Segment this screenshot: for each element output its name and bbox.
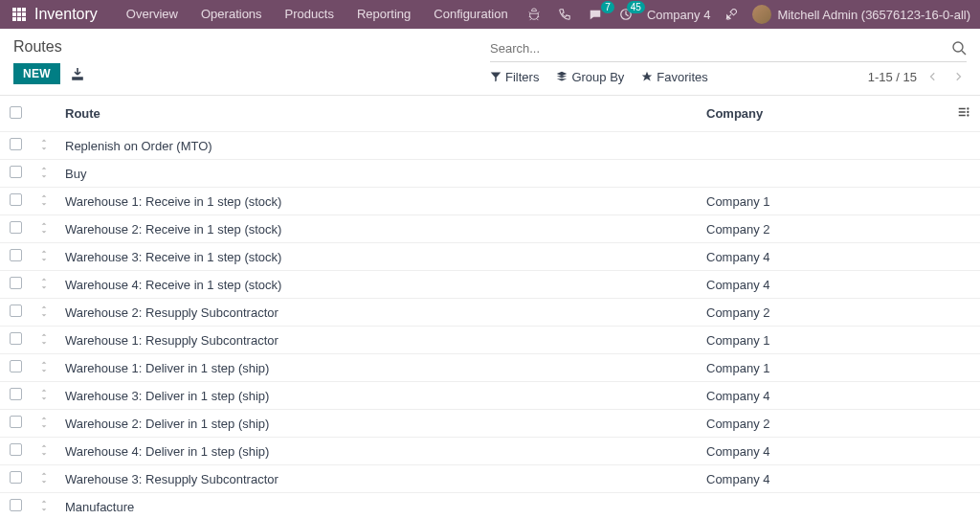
app-title[interactable]: Inventory	[34, 6, 98, 23]
page-title: Routes	[13, 38, 490, 56]
nav-reporting[interactable]: Reporting	[345, 0, 422, 29]
column-company[interactable]: Company	[699, 96, 947, 132]
table-row[interactable]: Warehouse 1: Receive in 1 step (stock)Co…	[0, 188, 980, 215]
groupby-label: Group By	[571, 70, 624, 84]
nav-operations[interactable]: Operations	[189, 0, 274, 29]
user-name: Mitchell Admin (36576123-16-0-all)	[777, 8, 970, 22]
table-row[interactable]: Warehouse 3: Deliver in 1 step (ship)Com…	[0, 382, 980, 410]
new-button[interactable]: NEW	[13, 63, 60, 84]
row-checkbox[interactable]	[10, 166, 22, 178]
row-checkbox[interactable]	[10, 249, 22, 261]
table-row[interactable]: Warehouse 4: Receive in 1 step (stock)Co…	[0, 271, 980, 299]
drag-handle-icon[interactable]	[31, 327, 57, 354]
cell-route: Warehouse 1: Resupply Subcontractor	[57, 327, 699, 354]
cell-route: Buy	[57, 160, 699, 188]
cell-route: Warehouse 4: Receive in 1 step (stock)	[57, 271, 699, 299]
row-checkbox[interactable]	[10, 499, 22, 511]
table-row[interactable]: Warehouse 2: Deliver in 1 step (ship)Com…	[0, 410, 980, 438]
cell-company	[699, 493, 947, 520]
list-view: Route Company Replenish on Order (MTO)Bu…	[0, 95, 980, 519]
row-checkbox[interactable]	[10, 360, 22, 372]
download-icon[interactable]	[70, 66, 85, 81]
table-row[interactable]: Buy	[0, 160, 980, 188]
cell-route: Warehouse 3: Deliver in 1 step (ship)	[57, 382, 699, 410]
pager: 1-15 / 15	[868, 68, 967, 85]
search-icon[interactable]	[951, 40, 967, 56]
row-checkbox[interactable]	[10, 332, 22, 345]
table-row[interactable]: Warehouse 4: Deliver in 1 step (ship)Com…	[0, 438, 980, 465]
company-switcher[interactable]: Company 4	[647, 8, 710, 22]
row-checkbox[interactable]	[10, 305, 22, 317]
cell-company	[699, 160, 947, 188]
pager-next[interactable]	[949, 68, 967, 85]
table-row[interactable]: Warehouse 1: Deliver in 1 step (ship)Com…	[0, 354, 980, 382]
favorites-button[interactable]: Favorites	[641, 70, 707, 84]
nav-products[interactable]: Products	[274, 0, 345, 29]
drag-handle-icon[interactable]	[31, 410, 57, 438]
table-row[interactable]: Manufacture	[0, 493, 980, 520]
filters-button[interactable]: Filters	[490, 70, 539, 84]
table-row[interactable]: Warehouse 1: Resupply SubcontractorCompa…	[0, 327, 980, 354]
options-icon[interactable]	[957, 107, 970, 122]
table-row[interactable]: Warehouse 2: Resupply SubcontractorCompa…	[0, 299, 980, 327]
drag-handle-icon[interactable]	[31, 160, 57, 188]
row-checkbox[interactable]	[10, 388, 22, 400]
drag-handle-icon[interactable]	[31, 215, 57, 243]
row-checkbox[interactable]	[10, 138, 22, 150]
messages-icon[interactable]: 7	[586, 5, 605, 24]
drag-handle-icon[interactable]	[31, 438, 57, 465]
pager-text[interactable]: 1-15 / 15	[868, 70, 917, 84]
activities-icon[interactable]: 45	[616, 5, 635, 24]
row-checkbox[interactable]	[10, 471, 22, 484]
apps-icon[interactable]	[10, 5, 29, 24]
layers-icon	[556, 71, 568, 82]
cell-company: Company 2	[699, 410, 947, 438]
svg-point-3	[967, 111, 969, 113]
cell-company: Company 1	[699, 188, 947, 215]
row-checkbox[interactable]	[10, 221, 22, 234]
cell-company: Company 2	[699, 299, 947, 327]
nav-overview[interactable]: Overview	[115, 0, 189, 29]
drag-handle-icon[interactable]	[31, 188, 57, 215]
row-checkbox[interactable]	[10, 416, 22, 428]
search-input[interactable]	[490, 41, 951, 56]
topbar: Inventory Overview Operations Products R…	[0, 0, 980, 29]
table-row[interactable]: Warehouse 2: Receive in 1 step (stock)Co…	[0, 215, 980, 243]
phone-icon[interactable]	[555, 5, 574, 24]
search-bar	[490, 38, 967, 62]
column-route[interactable]: Route	[57, 96, 699, 132]
tools-icon[interactable]	[722, 5, 741, 24]
table-row[interactable]: Replenish on Order (MTO)	[0, 132, 980, 160]
row-checkbox[interactable]	[10, 443, 22, 456]
cell-route: Manufacture	[57, 493, 699, 520]
pager-prev[interactable]	[924, 68, 942, 85]
cell-company: Company 4	[699, 465, 947, 493]
favorites-label: Favorites	[657, 70, 707, 84]
cell-company: Company 4	[699, 243, 947, 271]
cell-company: Company 1	[699, 354, 947, 382]
drag-handle-icon[interactable]	[31, 132, 57, 160]
cell-route: Warehouse 3: Resupply Subcontractor	[57, 465, 699, 493]
nav-configuration[interactable]: Configuration	[422, 0, 519, 29]
control-panel: Routes NEW Filters Group By	[0, 29, 980, 89]
drag-handle-icon[interactable]	[31, 271, 57, 299]
bug-icon[interactable]	[524, 5, 544, 24]
svg-point-1	[953, 42, 963, 52]
drag-handle-icon[interactable]	[31, 382, 57, 410]
drag-handle-icon[interactable]	[31, 493, 57, 520]
table-row[interactable]: Warehouse 3: Receive in 1 step (stock)Co…	[0, 243, 980, 271]
user-menu[interactable]: Mitchell Admin (36576123-16-0-all)	[752, 5, 970, 24]
row-checkbox[interactable]	[10, 193, 22, 206]
groupby-button[interactable]: Group By	[556, 70, 624, 84]
avatar	[752, 5, 771, 24]
drag-handle-icon[interactable]	[31, 354, 57, 382]
table-row[interactable]: Warehouse 3: Resupply SubcontractorCompa…	[0, 465, 980, 493]
drag-handle-icon[interactable]	[31, 299, 57, 327]
row-checkbox[interactable]	[10, 277, 22, 289]
drag-handle-icon[interactable]	[31, 465, 57, 493]
select-all-checkbox[interactable]	[10, 106, 22, 119]
cell-route: Warehouse 1: Receive in 1 step (stock)	[57, 188, 699, 215]
cell-route: Replenish on Order (MTO)	[57, 132, 699, 160]
topbar-left: Inventory Overview Operations Products R…	[10, 0, 520, 29]
drag-handle-icon[interactable]	[31, 243, 57, 271]
